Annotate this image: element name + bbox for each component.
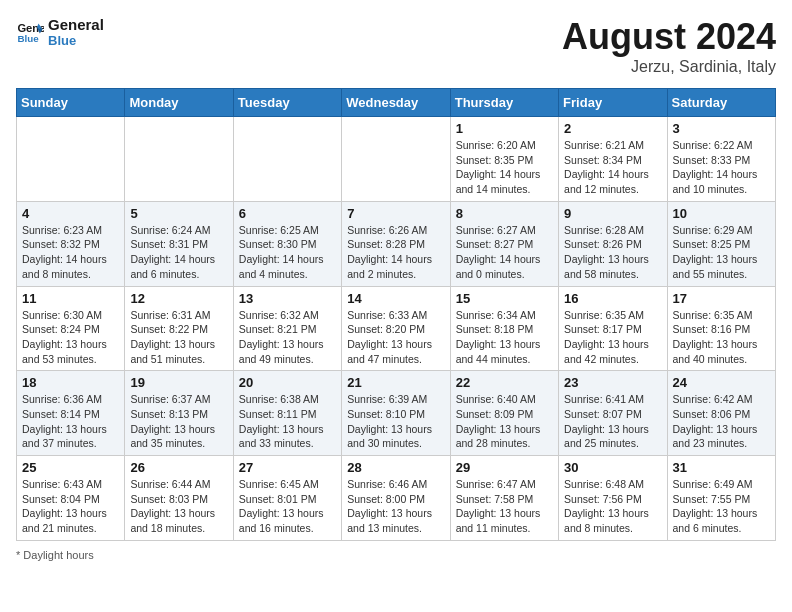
day-detail: Sunrise: 6:46 AM Sunset: 8:00 PM Dayligh…: [347, 477, 444, 536]
day-number: 12: [130, 291, 227, 306]
day-detail: Sunrise: 6:35 AM Sunset: 8:16 PM Dayligh…: [673, 308, 770, 367]
day-detail: Sunrise: 6:21 AM Sunset: 8:34 PM Dayligh…: [564, 138, 661, 197]
logo-line1: General: [48, 16, 104, 33]
day-number: 26: [130, 460, 227, 475]
calendar-cell: 13Sunrise: 6:32 AM Sunset: 8:21 PM Dayli…: [233, 286, 341, 371]
calendar-cell: 19Sunrise: 6:37 AM Sunset: 8:13 PM Dayli…: [125, 371, 233, 456]
day-detail: Sunrise: 6:25 AM Sunset: 8:30 PM Dayligh…: [239, 223, 336, 282]
calendar-cell: 12Sunrise: 6:31 AM Sunset: 8:22 PM Dayli…: [125, 286, 233, 371]
day-detail: Sunrise: 6:37 AM Sunset: 8:13 PM Dayligh…: [130, 392, 227, 451]
day-number: 27: [239, 460, 336, 475]
day-detail: Sunrise: 6:47 AM Sunset: 7:58 PM Dayligh…: [456, 477, 553, 536]
day-detail: Sunrise: 6:38 AM Sunset: 8:11 PM Dayligh…: [239, 392, 336, 451]
logo-icon: General Blue: [16, 18, 44, 46]
calendar-cell: 30Sunrise: 6:48 AM Sunset: 7:56 PM Dayli…: [559, 456, 667, 541]
calendar-week-row: 4Sunrise: 6:23 AM Sunset: 8:32 PM Daylig…: [17, 201, 776, 286]
title-block: August 2024 Jerzu, Sardinia, Italy: [562, 16, 776, 76]
calendar-day-header: Wednesday: [342, 89, 450, 117]
calendar-cell: [233, 117, 341, 202]
day-detail: Sunrise: 6:42 AM Sunset: 8:06 PM Dayligh…: [673, 392, 770, 451]
day-number: 8: [456, 206, 553, 221]
calendar-cell: 14Sunrise: 6:33 AM Sunset: 8:20 PM Dayli…: [342, 286, 450, 371]
day-detail: Sunrise: 6:48 AM Sunset: 7:56 PM Dayligh…: [564, 477, 661, 536]
calendar-cell: 11Sunrise: 6:30 AM Sunset: 8:24 PM Dayli…: [17, 286, 125, 371]
day-number: 18: [22, 375, 119, 390]
day-detail: Sunrise: 6:24 AM Sunset: 8:31 PM Dayligh…: [130, 223, 227, 282]
day-number: 4: [22, 206, 119, 221]
day-number: 24: [673, 375, 770, 390]
day-number: 6: [239, 206, 336, 221]
day-number: 15: [456, 291, 553, 306]
day-number: 31: [673, 460, 770, 475]
calendar-cell: 21Sunrise: 6:39 AM Sunset: 8:10 PM Dayli…: [342, 371, 450, 456]
calendar-cell: 22Sunrise: 6:40 AM Sunset: 8:09 PM Dayli…: [450, 371, 558, 456]
logo-line2: Blue: [48, 33, 104, 48]
calendar-header-row: SundayMondayTuesdayWednesdayThursdayFrid…: [17, 89, 776, 117]
day-detail: Sunrise: 6:32 AM Sunset: 8:21 PM Dayligh…: [239, 308, 336, 367]
day-detail: Sunrise: 6:26 AM Sunset: 8:28 PM Dayligh…: [347, 223, 444, 282]
calendar-day-header: Saturday: [667, 89, 775, 117]
calendar-cell: 29Sunrise: 6:47 AM Sunset: 7:58 PM Dayli…: [450, 456, 558, 541]
day-detail: Sunrise: 6:23 AM Sunset: 8:32 PM Dayligh…: [22, 223, 119, 282]
day-detail: Sunrise: 6:49 AM Sunset: 7:55 PM Dayligh…: [673, 477, 770, 536]
day-detail: Sunrise: 6:28 AM Sunset: 8:26 PM Dayligh…: [564, 223, 661, 282]
calendar-week-row: 18Sunrise: 6:36 AM Sunset: 8:14 PM Dayli…: [17, 371, 776, 456]
calendar-cell: 17Sunrise: 6:35 AM Sunset: 8:16 PM Dayli…: [667, 286, 775, 371]
day-detail: Sunrise: 6:22 AM Sunset: 8:33 PM Dayligh…: [673, 138, 770, 197]
calendar-cell: 28Sunrise: 6:46 AM Sunset: 8:00 PM Dayli…: [342, 456, 450, 541]
day-detail: Sunrise: 6:41 AM Sunset: 8:07 PM Dayligh…: [564, 392, 661, 451]
calendar-cell: 27Sunrise: 6:45 AM Sunset: 8:01 PM Dayli…: [233, 456, 341, 541]
calendar-cell: 6Sunrise: 6:25 AM Sunset: 8:30 PM Daylig…: [233, 201, 341, 286]
calendar-cell: 18Sunrise: 6:36 AM Sunset: 8:14 PM Dayli…: [17, 371, 125, 456]
day-number: 21: [347, 375, 444, 390]
day-detail: Sunrise: 6:39 AM Sunset: 8:10 PM Dayligh…: [347, 392, 444, 451]
calendar-week-row: 25Sunrise: 6:43 AM Sunset: 8:04 PM Dayli…: [17, 456, 776, 541]
calendar-cell: 20Sunrise: 6:38 AM Sunset: 8:11 PM Dayli…: [233, 371, 341, 456]
day-number: 2: [564, 121, 661, 136]
day-detail: Sunrise: 6:34 AM Sunset: 8:18 PM Dayligh…: [456, 308, 553, 367]
day-number: 13: [239, 291, 336, 306]
calendar-cell: 7Sunrise: 6:26 AM Sunset: 8:28 PM Daylig…: [342, 201, 450, 286]
day-detail: Sunrise: 6:29 AM Sunset: 8:25 PM Dayligh…: [673, 223, 770, 282]
calendar-cell: 3Sunrise: 6:22 AM Sunset: 8:33 PM Daylig…: [667, 117, 775, 202]
calendar-cell: 15Sunrise: 6:34 AM Sunset: 8:18 PM Dayli…: [450, 286, 558, 371]
day-number: 22: [456, 375, 553, 390]
calendar-day-header: Sunday: [17, 89, 125, 117]
calendar-cell: 16Sunrise: 6:35 AM Sunset: 8:17 PM Dayli…: [559, 286, 667, 371]
day-number: 29: [456, 460, 553, 475]
day-number: 5: [130, 206, 227, 221]
day-detail: Sunrise: 6:31 AM Sunset: 8:22 PM Dayligh…: [130, 308, 227, 367]
calendar-cell: 9Sunrise: 6:28 AM Sunset: 8:26 PM Daylig…: [559, 201, 667, 286]
calendar-cell: 26Sunrise: 6:44 AM Sunset: 8:03 PM Dayli…: [125, 456, 233, 541]
calendar-cell: 23Sunrise: 6:41 AM Sunset: 8:07 PM Dayli…: [559, 371, 667, 456]
calendar-cell: 10Sunrise: 6:29 AM Sunset: 8:25 PM Dayli…: [667, 201, 775, 286]
day-detail: Sunrise: 6:35 AM Sunset: 8:17 PM Dayligh…: [564, 308, 661, 367]
day-number: 9: [564, 206, 661, 221]
calendar-cell: 2Sunrise: 6:21 AM Sunset: 8:34 PM Daylig…: [559, 117, 667, 202]
month-title: August 2024: [562, 16, 776, 58]
day-detail: Sunrise: 6:30 AM Sunset: 8:24 PM Dayligh…: [22, 308, 119, 367]
calendar-cell: [17, 117, 125, 202]
calendar-table: SundayMondayTuesdayWednesdayThursdayFrid…: [16, 88, 776, 541]
calendar-day-header: Thursday: [450, 89, 558, 117]
location: Jerzu, Sardinia, Italy: [562, 58, 776, 76]
day-detail: Sunrise: 6:40 AM Sunset: 8:09 PM Dayligh…: [456, 392, 553, 451]
day-detail: Sunrise: 6:33 AM Sunset: 8:20 PM Dayligh…: [347, 308, 444, 367]
day-detail: Sunrise: 6:20 AM Sunset: 8:35 PM Dayligh…: [456, 138, 553, 197]
day-detail: Sunrise: 6:43 AM Sunset: 8:04 PM Dayligh…: [22, 477, 119, 536]
calendar-cell: 8Sunrise: 6:27 AM Sunset: 8:27 PM Daylig…: [450, 201, 558, 286]
calendar-week-row: 11Sunrise: 6:30 AM Sunset: 8:24 PM Dayli…: [17, 286, 776, 371]
calendar-cell: 24Sunrise: 6:42 AM Sunset: 8:06 PM Dayli…: [667, 371, 775, 456]
logo: General Blue General Blue: [16, 16, 104, 48]
day-number: 3: [673, 121, 770, 136]
calendar-cell: [342, 117, 450, 202]
day-number: 20: [239, 375, 336, 390]
day-number: 23: [564, 375, 661, 390]
calendar-cell: 25Sunrise: 6:43 AM Sunset: 8:04 PM Dayli…: [17, 456, 125, 541]
day-number: 14: [347, 291, 444, 306]
daylight-note: Daylight hours: [23, 549, 93, 561]
day-detail: Sunrise: 6:45 AM Sunset: 8:01 PM Dayligh…: [239, 477, 336, 536]
calendar-cell: 1Sunrise: 6:20 AM Sunset: 8:35 PM Daylig…: [450, 117, 558, 202]
calendar-day-header: Tuesday: [233, 89, 341, 117]
day-number: 17: [673, 291, 770, 306]
